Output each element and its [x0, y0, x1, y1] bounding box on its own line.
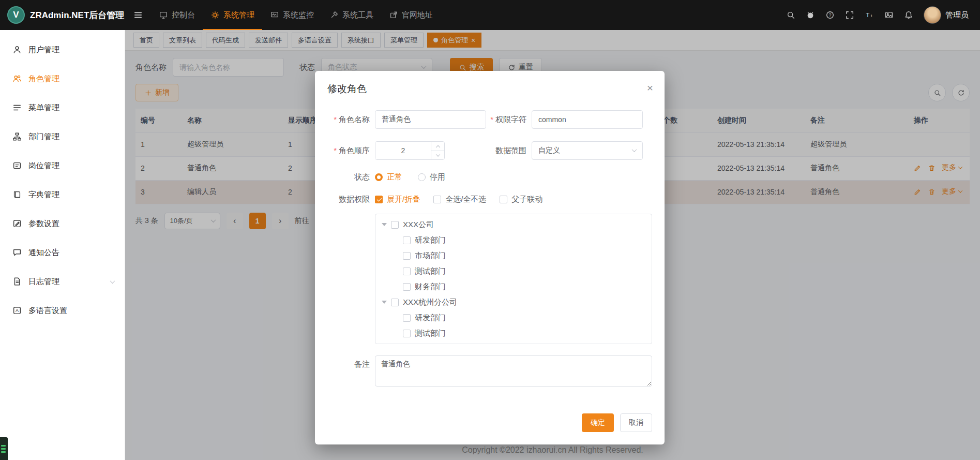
username: 管理员	[945, 10, 969, 20]
list-icon	[12, 103, 22, 112]
remark-textarea[interactable]: 普通角色	[375, 355, 652, 387]
role-order-input[interactable]	[375, 142, 431, 159]
status-radio-normal[interactable]: 正常	[375, 172, 402, 182]
monitor-icon	[270, 10, 279, 20]
sidebar-item-menu-manage[interactable]: 菜单管理	[0, 93, 125, 122]
search-icon[interactable]	[786, 10, 795, 20]
confirm-button[interactable]: 确定	[582, 413, 614, 432]
expand-collapse-checkbox[interactable]: 展开/折叠	[375, 195, 420, 204]
caret-down-icon[interactable]	[382, 223, 387, 226]
role-name-input[interactable]	[375, 110, 486, 129]
svg-text:?: ?	[828, 12, 831, 18]
users-icon	[12, 74, 22, 83]
avatar	[924, 6, 941, 24]
font-size-icon[interactable]: Tt	[865, 10, 874, 20]
tree-node[interactable]: XXX杭州分公司	[375, 294, 652, 310]
sidebar-item-i18n-settings[interactable]: A 多语言设置	[0, 296, 125, 325]
data-scope-select[interactable]: 自定义	[532, 141, 643, 160]
increase-button[interactable]	[431, 142, 444, 151]
tree-node[interactable]: 测试部门	[375, 325, 652, 341]
dialog-body: 角色名称 权限字符 角色顺序 数据范围	[315, 99, 665, 399]
tree-node-checkbox[interactable]	[391, 299, 399, 306]
dialog-footer: 确定 取消	[315, 413, 665, 444]
top-nav: 控制台 系统管理 系统监控 系统工具 官网地址	[151, 0, 441, 30]
gear-icon	[210, 10, 220, 20]
nav-item-console[interactable]: 控制台	[151, 0, 203, 30]
notification-bell-icon[interactable]	[904, 10, 913, 20]
radio-icon	[375, 173, 383, 181]
header-actions: ? Tt 管理员	[786, 6, 980, 24]
perm-char-input[interactable]	[532, 110, 643, 129]
tree-node[interactable]: 测试部门	[375, 263, 652, 279]
hamburger-menu-icon[interactable]	[125, 0, 151, 30]
sidebar-item-log-manage[interactable]: 日志管理	[0, 267, 125, 296]
decrease-button[interactable]	[431, 151, 444, 160]
org-tree-icon	[12, 132, 22, 141]
parent-child-link-checkbox[interactable]: 父子联动	[500, 195, 542, 204]
nav-item-system-manage[interactable]: 系统管理	[203, 0, 262, 30]
sidebar-item-user-manage[interactable]: 用户管理	[0, 35, 125, 64]
sidebar-item-notice[interactable]: 通知公告	[0, 238, 125, 267]
corner-widget	[0, 437, 8, 460]
checkbox-icon	[433, 196, 441, 203]
svg-text:T: T	[866, 11, 869, 18]
sidebar-item-param-settings[interactable]: 参数设置	[0, 209, 125, 238]
sidebar-item-dict-manage[interactable]: 字典管理	[0, 180, 125, 209]
checkbox-icon	[500, 196, 507, 203]
edit-role-dialog: 修改角色 × 角色名称 权限字符 角色顺序	[315, 71, 665, 444]
svg-text:t: t	[871, 13, 872, 18]
tree-node[interactable]: XXX公司	[375, 217, 652, 232]
sidebar-item-post-manage[interactable]: 岗位管理	[0, 151, 125, 180]
status-radio-disabled[interactable]: 停用	[418, 172, 445, 182]
nav-item-system-monitor[interactable]: 系统监控	[262, 0, 322, 30]
tools-icon	[329, 10, 339, 20]
dept-tree: XXX公司 研发部门 市场部门 测试部门	[375, 214, 652, 344]
caret-down-icon[interactable]	[382, 301, 387, 304]
tree-node-checkbox[interactable]	[403, 236, 411, 244]
language-icon: A	[12, 306, 22, 315]
tree-node[interactable]: 财务部门	[375, 279, 652, 294]
tree-node-checkbox[interactable]	[403, 330, 411, 337]
top-header: V ZRAdmin.NET后台管理 控制台 系统管理 系统监控 系统工具 官网地…	[0, 0, 980, 30]
dialog-title: 修改角色	[327, 83, 367, 94]
data-scope-label: 数据范围	[490, 146, 526, 156]
edit-square-icon	[12, 219, 22, 228]
tree-node-checkbox[interactable]	[403, 283, 411, 291]
tree-node-checkbox[interactable]	[403, 252, 411, 260]
tree-node-checkbox[interactable]	[403, 314, 411, 322]
select-all-checkbox[interactable]: 全选/全不选	[433, 195, 486, 204]
tree-node-checkbox[interactable]	[403, 268, 411, 275]
data-perm-label: 数据权限	[327, 195, 370, 204]
nav-item-system-tools[interactable]: 系统工具	[322, 0, 381, 30]
book-icon	[12, 190, 22, 199]
radio-icon	[418, 173, 426, 181]
svg-text:A: A	[16, 308, 19, 313]
app-logo: V ZRAdmin.NET后台管理	[0, 6, 125, 24]
github-icon[interactable]	[806, 10, 815, 20]
perm-char-label: 权限字符	[490, 115, 526, 125]
tree-node-checkbox[interactable]	[391, 221, 399, 229]
sidebar-item-role-manage[interactable]: 角色管理	[0, 64, 125, 93]
logo-icon: V	[7, 6, 25, 24]
tree-node[interactable]: 研发部门	[375, 310, 652, 325]
close-icon[interactable]: ×	[647, 82, 653, 93]
tree-node[interactable]: 市场部门	[375, 248, 652, 263]
dialog-header: 修改角色 ×	[315, 71, 665, 99]
chevron-down-icon	[632, 147, 637, 152]
role-order-label: 角色顺序	[327, 146, 370, 156]
remark-label: 备注	[327, 360, 370, 369]
user-menu[interactable]: 管理员	[924, 6, 969, 24]
tree-node[interactable]: 研发部门	[375, 232, 652, 248]
checkbox-icon	[375, 196, 383, 203]
fullscreen-icon[interactable]	[845, 10, 854, 20]
sidebar: 用户管理 角色管理 菜单管理 部门管理 岗位管理 字典管理 参数设置 通知公告 …	[0, 30, 125, 460]
sidebar-item-dept-manage[interactable]: 部门管理	[0, 122, 125, 151]
nav-item-website[interactable]: 官网地址	[381, 0, 441, 30]
id-badge-icon	[12, 161, 22, 170]
app-title: ZRAdmin.NET后台管理	[30, 9, 124, 21]
screenshot-icon[interactable]	[884, 10, 894, 20]
help-icon[interactable]: ?	[825, 10, 835, 20]
cancel-button[interactable]: 取消	[620, 413, 652, 432]
role-name-label: 角色名称	[327, 115, 370, 125]
chat-bubble-icon	[12, 248, 22, 257]
